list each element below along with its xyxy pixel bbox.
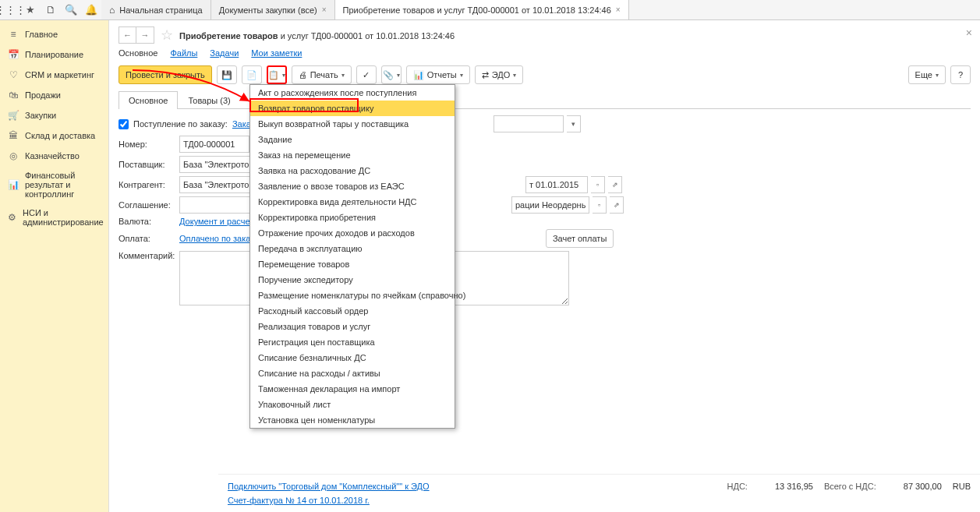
section-tab-goods[interactable]: Товары (3) — [178, 91, 240, 109]
create-based-on-button[interactable]: 📋▾ — [267, 65, 287, 84]
home-icon: ⌂ — [109, 5, 115, 16]
menu-item[interactable]: Размещение номенклатуры по ячейкам (спра… — [250, 288, 455, 303]
subnav-notes[interactable]: Мои заметки — [251, 48, 302, 58]
currency-label: RUB — [953, 482, 971, 491]
sidebar-item-main[interactable]: ≡Главное — [0, 24, 108, 44]
calendar-icon: 📅 — [8, 49, 19, 60]
edo-connect-link[interactable]: Подключить "Торговый дом "Комплексный"" … — [228, 482, 430, 491]
apps-icon[interactable]: ⋮⋮⋮ — [0, 0, 20, 20]
invoice-link[interactable]: Счет-фактура № 14 от 10.01.2018 г. — [228, 496, 370, 505]
star-icon[interactable]: ★ — [20, 0, 41, 20]
menu-item[interactable]: Установка цен номенклатуры — [250, 412, 455, 428]
help-button[interactable]: ? — [950, 65, 971, 84]
close-icon[interactable]: × — [616, 5, 621, 14]
currency-label: Валюта: — [119, 217, 175, 226]
select-button[interactable]: ▾ — [567, 115, 581, 132]
bag-icon: 🛍 — [8, 90, 19, 101]
supplier-label: Поставщик: — [119, 160, 175, 169]
edo-button[interactable]: ⇄ ЭДО ▾ — [475, 65, 524, 84]
section-tabs: Основное Товары (3) Дополнител — [119, 90, 971, 109]
sidebar-item-label: НСИ и администрирование — [23, 208, 104, 227]
tab-current-doc[interactable]: Приобретение товаров и услуг ТД00-000001… — [335, 0, 629, 19]
menu-item[interactable]: Акт о расхождениях после поступления — [250, 85, 455, 101]
nds-label: НДС: — [727, 482, 748, 491]
sidebar-item-finance[interactable]: 📊Финансовый результат и контроллинг — [0, 166, 108, 203]
section-tab-main[interactable]: Основное — [119, 91, 178, 109]
favorite-icon[interactable]: ☆ — [161, 26, 173, 44]
menu-item[interactable]: Заявка на расходование ДС — [250, 163, 455, 178]
building-icon: 🏛 — [8, 130, 19, 141]
menu-item[interactable]: Реализация товаров и услуг — [250, 319, 455, 334]
link-button[interactable]: ⇗ — [610, 196, 624, 214]
sidebar-item-label: Казначейство — [25, 151, 80, 161]
receipt-by-order-label: Поступление по заказу: — [133, 119, 228, 129]
menu-item[interactable]: Отражение прочих доходов и расходов — [250, 225, 455, 241]
print-button[interactable]: 🖨 Печать ▾ — [292, 65, 352, 84]
menu-item[interactable]: Перемещение товаров — [250, 256, 455, 272]
menu-item[interactable]: Регистрация цен поставщика — [250, 334, 455, 350]
more-button[interactable]: Еще ▾ — [908, 65, 946, 84]
sidebar-item-warehouse[interactable]: 🏛Склад и доставка — [0, 125, 108, 146]
sidebar-item-admin[interactable]: ⚙НСИ и администрирование — [0, 203, 108, 231]
right-input-1[interactable] — [494, 115, 564, 132]
tab-label: Начальная страница — [119, 5, 202, 15]
sidebar-item-label: Продажи — [25, 90, 61, 100]
attach-button[interactable]: 📎▾ — [381, 65, 402, 84]
sidebar-item-treasury[interactable]: ◎Казначейство — [0, 146, 108, 166]
menu-item[interactable]: Выкуп возвратной тары у поставщика — [250, 116, 455, 132]
check-button[interactable]: ✓ — [356, 65, 377, 84]
operation-input[interactable] — [511, 196, 589, 214]
menu-item[interactable]: Поручение экспедитору — [250, 272, 455, 288]
menu-item[interactable]: Задание — [250, 132, 455, 147]
menu-item[interactable]: Передача в эксплуатацию — [250, 241, 455, 256]
window-tabs: ⌂Начальная страница Документы закупки (в… — [101, 0, 629, 19]
close-icon[interactable]: × — [322, 5, 327, 14]
menu-item[interactable]: Списание безналичных ДС — [250, 350, 455, 365]
date-input[interactable] — [525, 176, 588, 193]
menu-item[interactable]: Заявление о ввозе товаров из ЕАЭС — [250, 178, 455, 194]
subnav-tasks[interactable]: Задачи — [210, 48, 239, 58]
sidebar-item-sales[interactable]: 🛍Продажи — [0, 85, 108, 105]
menu-item[interactable]: Заказ на перемещение — [250, 147, 455, 163]
sidebar-item-label: Закупки — [25, 111, 56, 120]
tab-home[interactable]: ⌂Начальная страница — [101, 0, 211, 19]
search-icon[interactable]: 🔍 — [61, 0, 81, 20]
receipt-by-order-checkbox[interactable] — [119, 119, 129, 129]
subnav-main[interactable]: Основное — [119, 48, 157, 58]
toolbar: Провести и закрыть 💾 📄 📋▾ 🖨 Печать ▾ ✓ 📎… — [109, 62, 980, 90]
menu-item[interactable]: Списание на расходы / активы — [250, 365, 455, 381]
open-button[interactable]: ▫ — [593, 196, 607, 214]
forward-button[interactable]: → — [136, 27, 154, 43]
menu-item[interactable]: Упаковочный лист — [250, 397, 455, 412]
counterparty-label: Контрагент: — [119, 180, 175, 189]
menu-item[interactable]: Таможенная декларация на импорт — [250, 381, 455, 397]
close-document-button[interactable]: × — [966, 26, 972, 39]
clipboard-icon[interactable]: 🗋 — [41, 0, 61, 20]
menu-item[interactable]: Расходный кассовый ордер — [250, 303, 455, 319]
post-button[interactable]: 📄 — [242, 65, 262, 84]
nds-value: 13 316,95 — [759, 482, 813, 491]
back-button[interactable]: ← — [119, 27, 136, 43]
create-based-on-menu: Акт о расхождениях после поступленияВозв… — [249, 84, 455, 429]
post-and-close-button[interactable]: Провести и закрыть — [119, 65, 212, 84]
content-area: ← → ☆ Приобретение товаров и услуг ТД00-… — [109, 20, 980, 512]
open-button[interactable]: ▫ — [591, 176, 605, 193]
payment-label: Оплата: — [119, 234, 175, 243]
subnav-files[interactable]: Файлы — [170, 48, 197, 58]
sidebar-item-planning[interactable]: 📅Планирование — [0, 44, 108, 65]
bell-icon[interactable]: 🔔 — [81, 0, 101, 20]
link-button[interactable]: ⇗ — [608, 176, 622, 193]
tab-documents[interactable]: Документы закупки (все)× — [211, 0, 335, 19]
number-input[interactable] — [179, 136, 249, 153]
list-icon: ≡ — [8, 29, 19, 40]
sidebar-item-purchases[interactable]: 🛒Закупки — [0, 105, 108, 125]
reports-button[interactable]: 📊 Отчеты ▾ — [406, 65, 470, 84]
save-button[interactable]: 💾 — [217, 65, 237, 84]
menu-item[interactable]: Корректировка вида деятельности НДС — [250, 194, 455, 210]
menu-item[interactable]: Корректировка приобретения — [250, 210, 455, 225]
agreement-label: Соглашение: — [119, 200, 175, 210]
gear-icon: ⚙ — [8, 212, 16, 223]
offset-payment-button[interactable]: Зачет оплаты — [546, 229, 614, 248]
sidebar-item-crm[interactable]: ♡CRM и маркетинг — [0, 65, 108, 85]
menu-item[interactable]: Возврат товаров поставщику — [250, 101, 455, 116]
